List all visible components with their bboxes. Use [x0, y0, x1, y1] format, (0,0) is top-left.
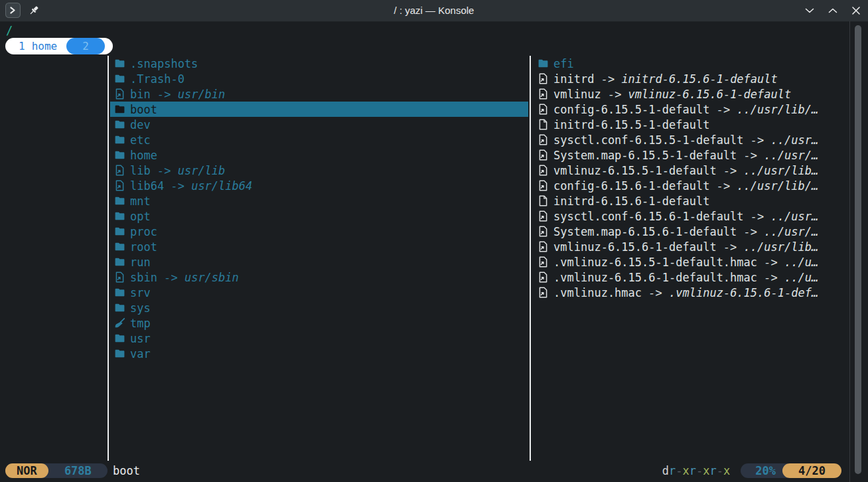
symlink-arrow: ->: [717, 240, 744, 254]
preview-row-.vmlinuz-6.15.5-1-default.hmac[interactable]: .vmlinuz-6.15.5-1-default.hmac -> ../u…: [538, 254, 848, 270]
file-name: sysctl.conf-6.15.6-1-default: [553, 210, 744, 223]
file-name: root: [130, 240, 157, 254]
current-row-.snapshots[interactable]: .snapshots: [110, 56, 528, 71]
current-row-mnt[interactable]: mnt: [110, 193, 528, 208]
current-row-root[interactable]: root: [110, 239, 528, 254]
tab-2[interactable]: 2: [66, 38, 105, 54]
symlink-target: .vmlinuz-6.15.6-1-def…: [669, 286, 818, 299]
preview-dir-list: efiinitrd -> initrd-6.15.6-1-defaultvmli…: [538, 56, 848, 300]
preview-row-.vmlinuz-6.15.6-1-default.hmac[interactable]: .vmlinuz-6.15.6-1-default.hmac -> ../u…: [538, 270, 848, 285]
preview-row-vmlinuz-6.15.6-1-default[interactable]: vmlinuz-6.15.6-1-default -> ../usr/lib…: [538, 239, 848, 254]
file-name: dev: [130, 118, 151, 131]
scrollbar[interactable]: [851, 21, 868, 482]
scroll-percent-badge: 20%: [741, 463, 788, 478]
current-row-lib[interactable]: lib -> usr/lib: [110, 163, 528, 178]
hovered-filename: boot: [113, 463, 140, 478]
current-row-usr[interactable]: usr: [110, 331, 528, 346]
symlink-icon: [538, 256, 550, 268]
close-button[interactable]: [851, 5, 861, 16]
file-name: home: [130, 149, 157, 162]
symlink-target: usr/lib: [178, 164, 226, 177]
preview-row-vmlinuz-6.15.5-1-default[interactable]: vmlinuz-6.15.5-1-default -> ../usr/lib…: [538, 163, 848, 178]
preview-row-System.map-6.15.5-1-default[interactable]: System.map-6.15.5-1-default -> ../usr/…: [538, 147, 848, 163]
folder-icon: [114, 134, 127, 145]
titlebar[interactable]: / : yazi — Konsole: [0, 0, 868, 22]
preview-row-sysctl.conf-6.15.5-1-default[interactable]: sysctl.conf-6.15.5-1-default -> ../usr…: [538, 132, 848, 147]
current-row-.Trash-0[interactable]: .Trash-0: [110, 71, 528, 86]
file-name: .vmlinuz.hmac: [553, 286, 642, 299]
current-row-sbin[interactable]: sbin -> usr/sbin: [110, 270, 528, 285]
symlink-icon: [114, 88, 127, 100]
current-row-proc[interactable]: proc: [110, 224, 528, 239]
folder-icon: [114, 256, 127, 268]
preview-row-vmlinuz[interactable]: vmlinuz -> vmlinuz-6.15.6-1-default: [538, 86, 848, 102]
file-name: vmlinuz-6.15.5-1-default: [553, 164, 717, 177]
file-name: srv: [130, 286, 151, 299]
tab-1-home[interactable]: 1 home: [5, 38, 66, 54]
symlink-arrow: ->: [744, 133, 771, 147]
current-row-etc[interactable]: etc: [110, 132, 528, 147]
symlink-target: usr/bin: [178, 88, 226, 101]
current-row-dev[interactable]: dev: [110, 117, 528, 132]
tab-index: 1: [19, 40, 25, 52]
preview-row-initrd[interactable]: initrd -> initrd-6.15.6-1-default: [538, 71, 848, 86]
konsole-window: / : yazi — Konsole / 1 home 2 .snapshots…: [0, 0, 868, 482]
file-name: mnt: [130, 195, 151, 208]
current-row-sys[interactable]: sys: [110, 300, 528, 315]
file-icon: [538, 119, 550, 130]
pane-separator-left: [108, 56, 109, 461]
symlink-target: ../usr/…: [764, 225, 818, 238]
file-name: efi: [553, 57, 574, 70]
file-name: boot: [130, 103, 157, 116]
breadcrumb: /: [6, 24, 13, 37]
file-name: .vmlinuz-6.15.6-1-default.hmac: [553, 271, 757, 284]
symlink-target: ../usr/…: [764, 149, 818, 162]
folder-icon: [114, 287, 127, 298]
minimize-button[interactable]: [804, 5, 815, 16]
current-row-bin[interactable]: bin -> usr/bin: [110, 86, 528, 102]
symlink-arrow: ->: [157, 271, 184, 284]
current-row-run[interactable]: run: [110, 254, 528, 270]
preview-row-efi[interactable]: efi: [538, 56, 848, 71]
broom-icon: [114, 317, 127, 329]
current-dir-list: .snapshots.Trash-0bin -> usr/binbootdeve…: [110, 56, 528, 361]
file-name: lib: [130, 164, 151, 177]
folder-icon: [114, 241, 127, 252]
symlink-arrow: ->: [744, 210, 771, 223]
tab-bar: 1 home 2: [5, 38, 113, 54]
current-row-srv[interactable]: srv: [110, 285, 528, 300]
current-row-opt[interactable]: opt: [110, 208, 528, 224]
symlink-arrow: ->: [737, 149, 764, 162]
symlink-icon: [538, 241, 550, 252]
window-title: / : yazi — Konsole: [0, 0, 868, 21]
current-row-home[interactable]: home: [110, 147, 528, 163]
folder-icon: [114, 348, 127, 359]
symlink-arrow: ->: [151, 88, 178, 101]
file-name: initrd-6.15.6-1-default: [553, 195, 709, 208]
preview-row-config-6.15.6-1-default[interactable]: config-6.15.6-1-default -> ../usr/lib/…: [538, 178, 848, 193]
file-name: initrd-6.15.5-1-default: [553, 118, 709, 131]
current-row-tmp[interactable]: tmp: [110, 315, 528, 331]
symlink-arrow: ->: [642, 286, 669, 299]
preview-row-config-6.15.5-1-default[interactable]: config-6.15.5-1-default -> ../usr/lib/…: [538, 102, 848, 117]
tab-index: 2: [82, 40, 89, 52]
current-row-boot[interactable]: boot: [110, 102, 528, 117]
folder-icon: [114, 58, 127, 69]
current-row-lib64[interactable]: lib64 -> usr/lib64: [110, 178, 528, 193]
symlink-arrow: ->: [709, 179, 737, 193]
right-pane-border: [849, 21, 850, 482]
preview-row-System.map-6.15.6-1-default[interactable]: System.map-6.15.6-1-default -> ../usr/…: [538, 224, 848, 239]
maximize-button[interactable]: [828, 5, 838, 16]
scrollbar-thumb[interactable]: [855, 25, 861, 474]
preview-row-initrd-6.15.5-1-default[interactable]: initrd-6.15.5-1-default: [538, 117, 848, 132]
file-name: vmlinuz-6.15.6-1-default: [553, 240, 717, 254]
file-name: tmp: [130, 317, 151, 330]
symlink-icon: [538, 210, 550, 222]
preview-row-initrd-6.15.6-1-default[interactable]: initrd-6.15.6-1-default: [538, 193, 848, 208]
current-row-var[interactable]: var: [110, 346, 528, 361]
folder-icon: [114, 210, 127, 222]
folder-icon: [114, 333, 127, 344]
file-icon: [538, 195, 550, 206]
preview-row-sysctl.conf-6.15.6-1-default[interactable]: sysctl.conf-6.15.6-1-default -> ../usr…: [538, 208, 848, 224]
preview-row-.vmlinuz.hmac[interactable]: .vmlinuz.hmac -> .vmlinuz-6.15.6-1-def…: [538, 285, 848, 300]
